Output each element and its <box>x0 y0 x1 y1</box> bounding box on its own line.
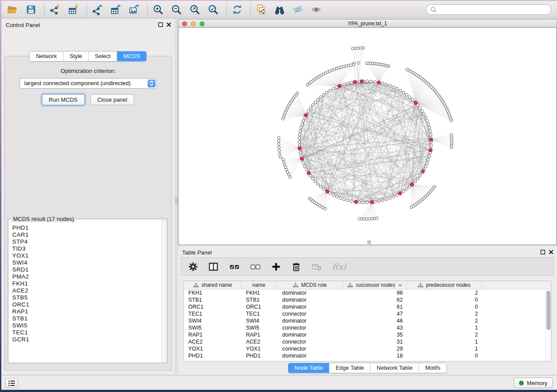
export-table-button[interactable] <box>110 3 122 16</box>
import-table-button[interactable] <box>67 3 80 16</box>
table-row-YOX1[interactable]: YOX1YOX1connector291 <box>184 345 551 352</box>
memory-button[interactable]: Memory <box>514 378 553 388</box>
cell-shared-name: PHD1 <box>184 353 242 359</box>
optimization-criterion-select[interactable]: largest connected component (undirected) <box>20 78 157 89</box>
table-scrollbar-thumb[interactable] <box>547 291 550 330</box>
cell-shared-name: ORC1 <box>184 304 242 310</box>
show-column-panel-button[interactable] <box>208 262 219 272</box>
column-header-MCDS-role[interactable]: MCDS role <box>277 281 343 289</box>
tab-mcds[interactable]: MCDS <box>117 52 146 61</box>
cell-name: ACE2 <box>242 339 277 345</box>
network-table-splitter-grip[interactable] <box>367 241 371 244</box>
mcds-result-item[interactable]: TID3 <box>12 245 160 252</box>
tab-network-table[interactable]: Network Table <box>370 363 419 373</box>
cell-successor-nodes: 62 <box>343 297 407 303</box>
import-network-button[interactable] <box>49 3 61 16</box>
show-panels-button[interactable] <box>5 378 18 388</box>
network-window-titlebar[interactable]: YPA_prune.txt_1 <box>178 20 557 28</box>
table-scrollbar[interactable] <box>545 289 551 361</box>
fit-content-icon <box>189 4 201 15</box>
toolbar-separator <box>226 3 227 16</box>
create-column-button[interactable] <box>271 262 281 272</box>
table-row-FKH1[interactable]: FKH1FKH1dominator962 <box>184 289 551 296</box>
trash-icon <box>291 262 301 272</box>
eye-slash-icon <box>292 4 304 15</box>
mcds-result-item[interactable]: PHD1 <box>12 224 160 231</box>
export-network-button[interactable] <box>91 3 104 16</box>
tab-select[interactable]: Select <box>89 52 117 61</box>
column-header-shared-name[interactable]: shared name <box>184 281 242 289</box>
mcds-result-item[interactable]: GCR1 <box>12 336 160 343</box>
close-panel-icon[interactable] <box>166 22 171 27</box>
network-graph[interactable] <box>178 28 557 244</box>
tab-motifs[interactable]: Motifs <box>419 363 446 373</box>
cell-name: STB1 <box>242 297 277 303</box>
mcds-result-item[interactable]: SWI5 <box>12 322 160 329</box>
mcds-result-item[interactable]: YOX1 <box>12 252 160 259</box>
mcds-result-scrollbar[interactable] <box>161 220 166 362</box>
mcds-result-item[interactable]: FKH1 <box>12 280 160 287</box>
table-row-ACE2[interactable]: ACE2ACE2connector311 <box>184 338 551 345</box>
close-panel-icon[interactable] <box>549 250 554 254</box>
show-all-button[interactable] <box>310 3 322 16</box>
close-panel-button[interactable]: Close panel <box>90 94 135 105</box>
table-row-SWI5[interactable]: SWI5SWI5connector431 <box>184 324 551 331</box>
new-network-from-selection-button[interactable] <box>255 3 267 16</box>
mcds-result-item[interactable]: STP4 <box>12 238 160 245</box>
mcds-result-item[interactable]: STB1 <box>12 315 160 322</box>
mcds-result-item[interactable]: SWI4 <box>12 259 160 266</box>
delete-column-button[interactable] <box>291 262 301 272</box>
column-header-name[interactable]: name <box>242 281 277 289</box>
vertical-splitter[interactable] <box>175 19 178 374</box>
cell-mcds-role: connector <box>277 339 343 345</box>
tab-network[interactable]: Network <box>30 52 63 61</box>
mcds-result-item[interactable]: STB5 <box>12 294 160 301</box>
table-row-ORC1[interactable]: ORC1ORC1dominator610 <box>184 303 551 310</box>
select-all-columns-button[interactable] <box>229 262 240 272</box>
float-panel-icon[interactable] <box>158 22 163 27</box>
tab-edge-table[interactable]: Edge Table <box>329 363 370 373</box>
network-canvas[interactable] <box>178 28 557 245</box>
table-row-PHD1[interactable]: PHD1PHD1dominator180 <box>184 352 551 359</box>
table-options-button[interactable] <box>188 262 198 272</box>
tab-style[interactable]: Style <box>63 52 89 61</box>
table-row-STB1[interactable]: STB1STB1dominator620 <box>184 296 551 303</box>
cell-mcds-role: dominator <box>277 290 343 296</box>
table-row-RAP1[interactable]: RAP1RAP1dominator352 <box>184 331 551 338</box>
mcds-result-item[interactable]: ACE2 <box>12 287 160 294</box>
column-header-successor-nodes[interactable]: successor nodes <box>343 281 407 289</box>
table-row-TEC1[interactable]: TEC1TEC1connector472 <box>184 310 551 317</box>
binoculars-icon <box>274 4 285 15</box>
save-session-button[interactable] <box>25 3 37 16</box>
cell-predecessor-nodes: 2 <box>407 318 482 324</box>
fit-content-button[interactable] <box>189 3 201 16</box>
delete-table-button-disabled <box>311 262 322 272</box>
first-neighbors-button[interactable] <box>273 3 286 16</box>
mcds-result-item[interactable]: SRD1 <box>12 266 160 273</box>
table-row-SWI4[interactable]: SWI4SWI4dominator462 <box>184 317 551 324</box>
zoom-selected-button[interactable] <box>207 3 219 16</box>
mcds-result-item[interactable]: ORC1 <box>12 301 160 308</box>
cell-predecessor-nodes: 1 <box>407 346 482 352</box>
splitter-grip[interactable] <box>175 197 178 204</box>
search-box[interactable] <box>426 4 551 15</box>
refresh-view-button[interactable] <box>231 3 243 16</box>
unselect-all-columns-button[interactable] <box>250 262 261 272</box>
zoom-out-button[interactable] <box>170 3 183 16</box>
save-icon <box>25 4 37 15</box>
mcds-result-item[interactable]: PMA2 <box>12 273 160 280</box>
tab-node-table[interactable]: Node Table <box>288 363 330 373</box>
search-icon <box>430 6 437 13</box>
open-session-button[interactable] <box>7 3 19 16</box>
float-panel-icon[interactable] <box>540 250 545 254</box>
hide-selected-button[interactable] <box>292 3 304 16</box>
export-image-button[interactable] <box>128 3 140 16</box>
mcds-result-list[interactable]: PHD1CAR1STP4TID3YOX1SWI4SRD1PMA2FKH1ACE2… <box>12 224 160 361</box>
mcds-result-item[interactable]: TEC1 <box>12 329 160 336</box>
column-header-predecessor-nodes[interactable]: predecessor nodes <box>407 281 482 289</box>
zoom-in-button[interactable] <box>152 3 164 16</box>
run-mcds-button[interactable]: Run MCDS <box>42 94 85 105</box>
search-input[interactable] <box>439 6 547 13</box>
mcds-result-item[interactable]: RAP1 <box>12 308 160 315</box>
mcds-result-item[interactable]: CAR1 <box>12 231 160 238</box>
